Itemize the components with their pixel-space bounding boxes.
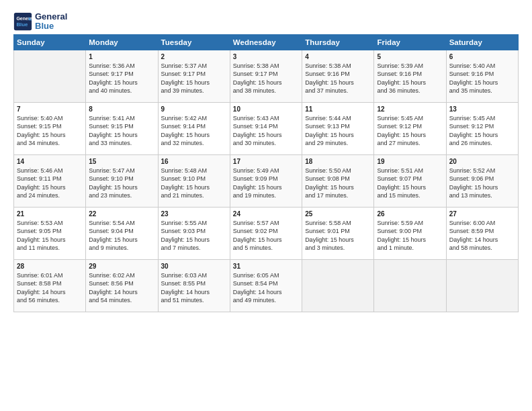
- calendar-cell: 10Sunrise: 5:43 AM Sunset: 9:14 PM Dayli…: [230, 102, 302, 154]
- day-info: Sunrise: 6:05 AM Sunset: 8:54 PM Dayligh…: [233, 271, 299, 305]
- weekday-header-friday: Friday: [374, 34, 446, 50]
- day-info: Sunrise: 6:02 AM Sunset: 8:56 PM Dayligh…: [89, 271, 154, 305]
- day-info: Sunrise: 5:37 AM Sunset: 9:17 PM Dayligh…: [161, 62, 227, 95]
- calendar-cell: 1Sunrise: 5:36 AM Sunset: 9:17 PM Daylig…: [86, 50, 158, 102]
- day-info: Sunrise: 5:51 AM Sunset: 9:07 PM Dayligh…: [377, 167, 443, 200]
- calendar-cell: 25Sunrise: 5:58 AM Sunset: 9:01 PM Dayli…: [302, 207, 374, 259]
- day-info: Sunrise: 5:38 AM Sunset: 9:16 PM Dayligh…: [305, 62, 371, 95]
- weekday-header-thursday: Thursday: [302, 34, 374, 50]
- day-info: Sunrise: 6:00 AM Sunset: 8:59 PM Dayligh…: [449, 219, 515, 253]
- calendar-cell: 8Sunrise: 5:41 AM Sunset: 9:15 PM Daylig…: [86, 102, 158, 154]
- calendar-cell: [374, 259, 446, 312]
- day-number: 4: [305, 53, 371, 60]
- day-number: 12: [377, 105, 443, 113]
- day-number: 27: [449, 210, 515, 218]
- calendar-cell: 19Sunrise: 5:51 AM Sunset: 9:07 PM Dayli…: [374, 154, 446, 207]
- day-number: 7: [17, 105, 83, 113]
- calendar-cell: 21Sunrise: 5:53 AM Sunset: 9:05 PM Dayli…: [14, 207, 86, 259]
- day-number: 26: [377, 210, 443, 218]
- day-number: 29: [89, 263, 154, 270]
- day-info: Sunrise: 5:50 AM Sunset: 9:08 PM Dayligh…: [305, 167, 371, 200]
- day-info: Sunrise: 5:58 AM Sunset: 9:01 PM Dayligh…: [305, 219, 371, 253]
- day-number: 22: [89, 210, 154, 218]
- calendar-cell: 18Sunrise: 5:50 AM Sunset: 9:08 PM Dayli…: [302, 154, 374, 207]
- day-number: 21: [17, 210, 83, 218]
- day-number: 11: [305, 105, 371, 113]
- calendar-week-1: 1Sunrise: 5:36 AM Sunset: 9:17 PM Daylig…: [14, 50, 519, 102]
- day-info: Sunrise: 5:55 AM Sunset: 9:03 PM Dayligh…: [161, 219, 227, 253]
- day-info: Sunrise: 5:40 AM Sunset: 9:16 PM Dayligh…: [449, 62, 515, 95]
- day-info: Sunrise: 5:52 AM Sunset: 9:06 PM Dayligh…: [449, 167, 515, 200]
- day-info: Sunrise: 6:01 AM Sunset: 8:58 PM Dayligh…: [17, 271, 83, 305]
- day-info: Sunrise: 5:42 AM Sunset: 9:14 PM Dayligh…: [161, 114, 227, 148]
- calendar-cell: 26Sunrise: 5:59 AM Sunset: 9:00 PM Dayli…: [374, 207, 446, 259]
- weekday-header-monday: Monday: [86, 34, 158, 50]
- calendar-cell: 17Sunrise: 5:49 AM Sunset: 9:09 PM Dayli…: [230, 154, 302, 207]
- calendar-cell: [446, 259, 518, 312]
- weekday-header-row: SundayMondayTuesdayWednesdayThursdayFrid…: [14, 34, 519, 50]
- calendar-cell: 20Sunrise: 5:52 AM Sunset: 9:06 PM Dayli…: [446, 154, 518, 207]
- calendar-cell: 12Sunrise: 5:45 AM Sunset: 9:12 PM Dayli…: [374, 102, 446, 154]
- calendar-week-4: 21Sunrise: 5:53 AM Sunset: 9:05 PM Dayli…: [14, 207, 519, 259]
- logo: General Blue General Blue: [13, 12, 67, 32]
- day-info: Sunrise: 5:48 AM Sunset: 9:10 PM Dayligh…: [161, 167, 227, 200]
- day-info: Sunrise: 5:44 AM Sunset: 9:13 PM Dayligh…: [305, 114, 371, 148]
- calendar-cell: 15Sunrise: 5:47 AM Sunset: 9:10 PM Dayli…: [86, 154, 158, 207]
- day-number: 28: [17, 263, 83, 270]
- calendar-cell: [14, 50, 86, 102]
- day-number: 25: [305, 210, 371, 218]
- calendar-week-3: 14Sunrise: 5:46 AM Sunset: 9:11 PM Dayli…: [14, 154, 519, 207]
- calendar-cell: 16Sunrise: 5:48 AM Sunset: 9:10 PM Dayli…: [158, 154, 230, 207]
- day-info: Sunrise: 5:38 AM Sunset: 9:17 PM Dayligh…: [233, 62, 299, 95]
- day-number: 10: [233, 105, 299, 113]
- page-container: General Blue General Blue SundayMondayTu…: [0, 0, 532, 319]
- calendar-cell: 7Sunrise: 5:40 AM Sunset: 9:15 PM Daylig…: [14, 102, 86, 154]
- calendar-cell: 22Sunrise: 5:54 AM Sunset: 9:04 PM Dayli…: [86, 207, 158, 259]
- day-info: Sunrise: 5:49 AM Sunset: 9:09 PM Dayligh…: [233, 167, 299, 200]
- day-number: 6: [449, 53, 515, 60]
- calendar-cell: 31Sunrise: 6:05 AM Sunset: 8:54 PM Dayli…: [230, 259, 302, 312]
- day-number: 13: [449, 105, 515, 113]
- day-number: 9: [161, 105, 227, 113]
- weekday-header-saturday: Saturday: [446, 34, 518, 50]
- calendar-cell: 3Sunrise: 5:38 AM Sunset: 9:17 PM Daylig…: [230, 50, 302, 102]
- day-info: Sunrise: 5:45 AM Sunset: 9:12 PM Dayligh…: [449, 114, 515, 148]
- day-info: Sunrise: 5:57 AM Sunset: 9:02 PM Dayligh…: [233, 219, 299, 253]
- logo-subtext: Blue: [35, 21, 67, 31]
- day-number: 8: [89, 105, 154, 113]
- day-number: 17: [233, 158, 299, 165]
- day-info: Sunrise: 6:03 AM Sunset: 8:55 PM Dayligh…: [161, 271, 227, 305]
- calendar-cell: 28Sunrise: 6:01 AM Sunset: 8:58 PM Dayli…: [14, 259, 86, 312]
- day-number: 31: [233, 263, 299, 270]
- day-number: 24: [233, 210, 299, 218]
- day-info: Sunrise: 5:47 AM Sunset: 9:10 PM Dayligh…: [89, 167, 154, 200]
- day-number: 19: [377, 158, 443, 165]
- day-number: 15: [89, 158, 154, 165]
- calendar-cell: 4Sunrise: 5:38 AM Sunset: 9:16 PM Daylig…: [302, 50, 374, 102]
- header: General Blue General Blue: [13, 12, 519, 32]
- calendar-table: SundayMondayTuesdayWednesdayThursdayFrid…: [13, 34, 519, 312]
- svg-text:Blue: Blue: [16, 21, 28, 28]
- day-info: Sunrise: 5:59 AM Sunset: 9:00 PM Dayligh…: [377, 219, 443, 253]
- calendar-cell: 23Sunrise: 5:55 AM Sunset: 9:03 PM Dayli…: [158, 207, 230, 259]
- logo-icon: General Blue: [13, 12, 32, 31]
- calendar-cell: 6Sunrise: 5:40 AM Sunset: 9:16 PM Daylig…: [446, 50, 518, 102]
- day-info: Sunrise: 5:45 AM Sunset: 9:12 PM Dayligh…: [377, 114, 443, 148]
- calendar-cell: 27Sunrise: 6:00 AM Sunset: 8:59 PM Dayli…: [446, 207, 518, 259]
- weekday-header-sunday: Sunday: [14, 34, 86, 50]
- day-number: 2: [161, 53, 227, 60]
- weekday-header-tuesday: Tuesday: [158, 34, 230, 50]
- day-number: 20: [449, 158, 515, 165]
- calendar-cell: 9Sunrise: 5:42 AM Sunset: 9:14 PM Daylig…: [158, 102, 230, 154]
- day-number: 3: [233, 53, 299, 60]
- calendar-week-5: 28Sunrise: 6:01 AM Sunset: 8:58 PM Dayli…: [14, 259, 519, 312]
- calendar-cell: [302, 259, 374, 312]
- day-info: Sunrise: 5:41 AM Sunset: 9:15 PM Dayligh…: [89, 114, 154, 148]
- calendar-cell: 13Sunrise: 5:45 AM Sunset: 9:12 PM Dayli…: [446, 102, 518, 154]
- day-number: 23: [161, 210, 227, 218]
- day-number: 30: [161, 263, 227, 270]
- calendar-cell: 30Sunrise: 6:03 AM Sunset: 8:55 PM Dayli…: [158, 259, 230, 312]
- calendar-cell: 11Sunrise: 5:44 AM Sunset: 9:13 PM Dayli…: [302, 102, 374, 154]
- weekday-header-wednesday: Wednesday: [230, 34, 302, 50]
- day-info: Sunrise: 5:46 AM Sunset: 9:11 PM Dayligh…: [17, 167, 83, 200]
